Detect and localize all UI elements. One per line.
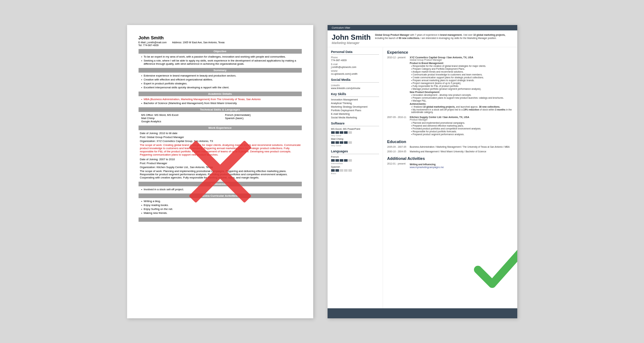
left-work-post2: Post: Product Manager: [139, 162, 302, 165]
left-skill-1: MS Office: MS Word, MS Excel: [141, 113, 218, 117]
resume-left: John Smith E-Mail: j.smith@mail.com Addr…: [127, 25, 313, 318]
left-work-post1: Post: Global Group Product Manager: [139, 136, 302, 139]
left-extra-3: Enjoy Surfing on the net.: [139, 207, 302, 211]
sidebar-skill-4: E-mail Marketing: [331, 113, 379, 115]
left-section-extra: Extra Curricular Activities: [139, 193, 302, 198]
edu-entry-0: 2005-09 - 2007-05 Business Administratio…: [387, 146, 513, 148]
left-extra-2: Enjoy reading books.: [139, 204, 302, 207]
left-extra-4: Making new friends.: [139, 211, 302, 215]
software-bar-0: [331, 131, 379, 134]
left-work-scope1: The scope of work: Creating global brand…: [139, 143, 302, 156]
sidebar-phone-label: Phone: [331, 56, 379, 59]
sidebar-skills-title: Key Skills: [331, 92, 379, 97]
right-footer-bar: [328, 308, 517, 318]
sidebar-email-value: j.smith@uptowork.com: [331, 66, 379, 68]
right-edu-section: Education: [387, 139, 513, 144]
left-section-work: Work Experience: [139, 126, 302, 130]
left-bottom-bar: [139, 217, 302, 222]
left-objective-2: Seeking a role, where I will be able to …: [139, 59, 302, 65]
left-summary-1: Extensive experience in brand management…: [139, 74, 302, 77]
right-exp-section: Experience: [387, 50, 513, 54]
sidebar-www-label: WWW: [331, 70, 379, 72]
sidebar-software-0: MS Excel, MS PowerPoint Very Good: [331, 128, 379, 137]
left-skills-cols: MS Office: MS Word, MS Excel Mail Chimp …: [139, 113, 302, 123]
left-skill-3: Google Analytics: [141, 120, 218, 123]
left-work-date2: Date of Joining: 2007 to 2010: [139, 158, 302, 161]
sidebar-linkedin-label: LinkedIn: [331, 84, 379, 87]
left-lang-1: French (intermediate): [225, 113, 302, 117]
sidebar-personal-title: Personal Data: [331, 50, 379, 55]
sidebar-skill-5: Social Media Marketing: [331, 116, 379, 119]
left-section-achievements: Achievements: [139, 182, 302, 186]
left-contact-email: E-Mail: j.smith@mail.com Address: 1905 W…: [139, 41, 302, 44]
left-work-org1: Organization: XYZ Cosmetics Capital Grou…: [139, 139, 302, 143]
exp-entry-0: 2010-12 - present XYZ Cosmetics Capital …: [387, 56, 513, 114]
software-bar-1: [331, 141, 379, 144]
sidebar-skill-0: Innovation Management: [331, 98, 379, 101]
sidebar-skill-3: Portfolio Deployment Plans: [331, 109, 379, 112]
sidebar-skill-2: Marketing Strategy Development: [331, 106, 379, 108]
left-contact-tel: Tel: 774-987-4009: [139, 44, 302, 46]
resume-right: Curriculum Vitae John Smith Marketing Ma…: [328, 25, 517, 318]
left-name: John Smith: [139, 35, 302, 40]
left-objective-1: To be an expert in my area of work, with…: [139, 55, 302, 58]
sidebar-social-title: Social Media: [331, 78, 379, 83]
sidebar-linkedin-value: www.linkedin.com/johnutw: [331, 87, 379, 89]
right-intro: Global Group Product Manager with 7 year…: [375, 33, 513, 40]
left-section-summary: Summary: [139, 68, 302, 73]
sidebar-software-title: Software: [331, 122, 379, 126]
exp-dates-0: 2010-12 - present: [387, 56, 407, 114]
left-section-academic: Academic Details: [139, 92, 302, 96]
right-header: John Smith Marketing Manager Global Grou…: [328, 30, 517, 47]
lang-bar-0: [331, 159, 379, 162]
left-summary-3: Expert in product portfolio strategies.: [139, 82, 302, 85]
sidebar-software-1: Mail Chimp Very Good: [331, 138, 379, 147]
sidebar-lang-1: Spanish Basic: [331, 166, 379, 175]
left-section-objective: Objective: [139, 49, 302, 54]
exp-entry-1: 2007-09 - 2010-11 Kitchen Supply Center …: [387, 116, 513, 136]
additional-entry-0: 2012-01 - present Writing and Influencin…: [387, 162, 513, 168]
left-section-technical: Technical Skills & Languages: [139, 107, 302, 112]
sidebar-email-label: E-mail: [331, 63, 379, 65]
exp-details-1: Kitchen Supply Center Ltd / San Antonio,…: [410, 116, 513, 136]
sidebar-languages-title: Languages: [331, 150, 379, 154]
right-body: Personal Data Phone 774-987-4009 E-mail …: [328, 47, 517, 308]
right-sidebar: Personal Data Phone 774-987-4009 E-mail …: [328, 47, 383, 308]
sidebar-phone-value: 774-987-4009: [331, 59, 379, 62]
exp-details-0: XYZ Cosmetics Capital Group / San Antoni…: [410, 56, 513, 114]
edu-entry-1: 2000-10 - 2004-05 Marketing and Manageme…: [387, 150, 513, 153]
right-main-content: Experience 2010-12 - present XYZ Cosmeti…: [383, 47, 517, 308]
sidebar-skill-1: Analytical Thinking: [331, 102, 379, 104]
right-name: John Smith: [332, 33, 371, 41]
left-academic-1: MBA (Business Administration, Marketing …: [139, 98, 302, 101]
sidebar-lang-0: French Intermediate: [331, 156, 379, 165]
left-work-scope2: The scope of work: Planning and implemen…: [139, 170, 302, 179]
lang-bar-1: [331, 169, 379, 172]
left-lang-2: Spanish (basic): [225, 117, 302, 120]
left-summary-4: Excellent interpersonal skills quickly d…: [139, 86, 302, 89]
left-extra-1: Writing a blog.: [139, 200, 302, 203]
left-summary-2: Creative with effective and efficient or…: [139, 78, 302, 81]
left-work-org2: Organization: Kitchen Supply Center Ltd.…: [139, 166, 302, 169]
right-title: Marketing Manager: [332, 41, 371, 45]
left-achievement-1: Involved in a stock sell-off project.: [139, 188, 302, 191]
cv-label: Curriculum Vitae: [328, 25, 517, 30]
left-academic-2: Bachelor of Science (Marketing and Manag…: [139, 102, 302, 105]
sidebar-www-value: cv.uptowork.com/j.smith: [331, 73, 379, 75]
exp-dates-1: 2007-09 - 2010-11: [387, 116, 407, 136]
left-skill-2: Mail Chimp: [141, 117, 218, 120]
right-name-block: John Smith Marketing Manager: [332, 33, 371, 45]
right-additional-section: Additional Activities: [387, 156, 513, 161]
left-work-date1: Date of Joining: 2010 to till date: [139, 132, 302, 135]
